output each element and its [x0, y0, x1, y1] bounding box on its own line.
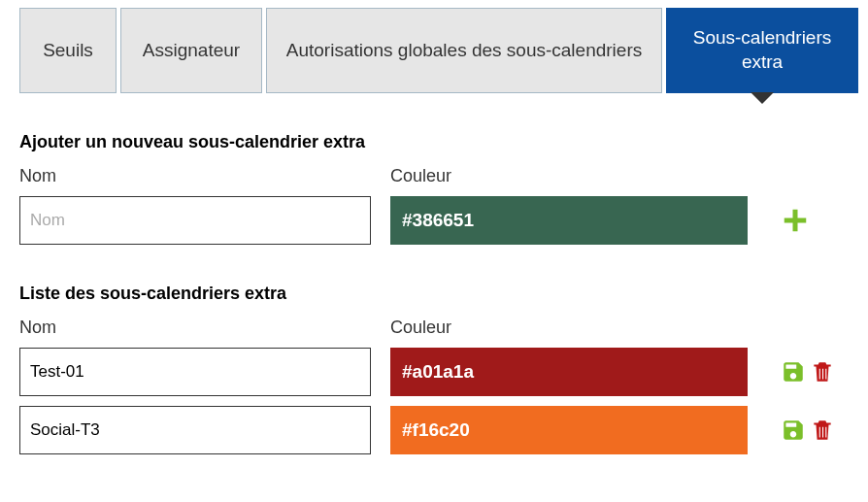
tab-sous-calendriers-extra[interactable]: Sous-calendriers extra — [666, 8, 858, 93]
add-section-labels: Nom Couleur — [19, 166, 868, 186]
tabs: Seuils Assignateur Autorisations globale… — [19, 8, 868, 93]
trash-icon — [810, 359, 835, 385]
add-nom-label: Nom — [19, 166, 371, 186]
plus-icon — [781, 206, 810, 235]
save-button[interactable] — [781, 418, 806, 443]
add-nom-input[interactable] — [19, 196, 371, 245]
tab-autorisations[interactable]: Autorisations globales des sous-calendri… — [266, 8, 662, 93]
tab-assignateur[interactable]: Assignateur — [120, 8, 262, 93]
list-row: #a01a1a — [19, 348, 868, 396]
add-button[interactable] — [781, 206, 810, 235]
save-icon — [781, 418, 806, 443]
delete-button[interactable] — [810, 359, 835, 385]
list-color-swatch[interactable]: #a01a1a — [390, 348, 748, 396]
list-color-swatch[interactable]: #f16c20 — [390, 406, 748, 454]
list-section-labels: Nom Couleur — [19, 318, 868, 338]
add-section-row: #386651 — [19, 196, 868, 245]
list-nom-label: Nom — [19, 318, 371, 338]
save-button[interactable] — [781, 359, 806, 385]
add-section-title: Ajouter un nouveau sous-calendrier extra — [19, 132, 868, 152]
delete-button[interactable] — [810, 418, 835, 443]
add-couleur-label: Couleur — [390, 166, 748, 186]
add-color-swatch[interactable]: #386651 — [390, 196, 748, 245]
tab-seuils[interactable]: Seuils — [19, 8, 117, 93]
list-nom-input[interactable] — [19, 348, 371, 396]
save-icon — [781, 359, 806, 385]
list-row: #f16c20 — [19, 406, 868, 454]
list-section-title: Liste des sous-calendriers extra — [19, 284, 868, 304]
svg-rect-1 — [785, 218, 807, 223]
list-couleur-label: Couleur — [390, 318, 748, 338]
trash-icon — [810, 418, 835, 443]
list-nom-input[interactable] — [19, 406, 371, 454]
